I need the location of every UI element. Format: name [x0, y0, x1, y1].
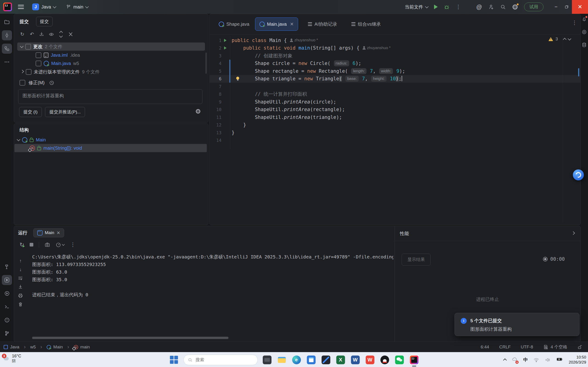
taskbar-clock[interactable]: 10:50 2026/3/29	[569, 355, 586, 365]
code-line-4[interactable]: 4 Shape circle = new Circle( radius: 6);	[209, 60, 580, 67]
clear-console-icon[interactable]	[16, 300, 25, 309]
code-line-10[interactable]: 10 ShapeUtil.printArea(rectangle);	[209, 106, 580, 114]
capture-snapshot-icon[interactable]	[44, 242, 50, 247]
close-tab-icon[interactable]: ✕	[57, 230, 60, 235]
build-tool-button[interactable]	[2, 262, 12, 272]
soft-wrap-icon[interactable]	[16, 274, 25, 283]
commit-button[interactable]: 提交 (I)	[19, 107, 42, 117]
commit-tab[interactable]: 提交	[36, 17, 53, 26]
services-tool-button[interactable]	[2, 288, 12, 298]
unlock-icon[interactable]	[577, 345, 582, 349]
shelve-icon[interactable]	[39, 32, 44, 37]
run-configuration-selector[interactable]: 当前文件	[405, 4, 428, 10]
indent-setting[interactable]: 4 个空格	[543, 344, 567, 350]
taskbar-search[interactable]	[183, 355, 258, 365]
branch-selector[interactable]: main	[66, 4, 88, 10]
start-button[interactable]	[169, 355, 179, 365]
breadcrumb-item[interactable]: w5	[30, 344, 36, 350]
unversioned-group-row[interactable]: 未进行版本管理的文件 9 个文件	[17, 68, 205, 76]
unversioned-checkbox[interactable]	[26, 69, 32, 75]
print-icon[interactable]	[16, 291, 25, 300]
console-output[interactable]: C:\Users\朱彦硕\.jdks\openjdk-25.0.2\bin\ja…	[32, 253, 393, 299]
project-selector[interactable]: J Java	[32, 3, 56, 10]
weather-widget[interactable]: 3 16°C 阴	[2, 354, 21, 363]
wifi-icon[interactable]	[533, 357, 539, 363]
close-tab-icon[interactable]: ✕	[290, 21, 294, 27]
taskbar-app-design[interactable]	[320, 355, 331, 365]
run-button[interactable]	[434, 5, 438, 9]
taskbar-app-edge[interactable]: e	[291, 355, 302, 365]
ai-chat-button[interactable]	[582, 29, 587, 36]
editor-tab-composition[interactable]: 组合vs继承	[347, 18, 385, 31]
run-line-icon[interactable]	[224, 46, 226, 50]
ime-indicator[interactable]: 中	[523, 357, 528, 363]
tray-expand-icon[interactable]	[503, 359, 507, 362]
commit-and-push-button[interactable]: 提交并推送(P)...	[45, 107, 85, 117]
run-tab-main[interactable]: Main ✕	[33, 228, 64, 237]
code-line-11[interactable]: 11 ShapeUtil.printArea(triangle);	[209, 113, 580, 121]
chevron-right-icon[interactable]	[571, 231, 575, 235]
line-ending[interactable]: CRLF	[499, 344, 511, 350]
main-menu-button[interactable]	[18, 5, 24, 9]
code-line-14[interactable]: 14	[209, 137, 580, 144]
editor-options-button[interactable]: ⋮	[572, 19, 577, 26]
scrollbar-change-mark[interactable]	[578, 68, 579, 76]
scroll-to-end-icon[interactable]	[16, 283, 25, 291]
debug-button[interactable]	[444, 4, 450, 10]
intention-bulb-icon[interactable]	[236, 77, 239, 80]
caret-position[interactable]: 6:44	[481, 344, 489, 350]
add-user-icon[interactable]	[488, 4, 494, 10]
minimize-button[interactable]: −	[551, 0, 561, 14]
terminal-tool-button[interactable]	[2, 302, 12, 312]
settings-button[interactable]	[512, 4, 518, 10]
show-results-button[interactable]: 显示结果	[402, 254, 431, 266]
history-clock-icon[interactable]	[49, 80, 54, 85]
commit-notification[interactable]: i 5 个文件已提交 图形面积计算器重构	[455, 313, 579, 336]
editor-tab-main[interactable]: Main.java ✕	[255, 18, 298, 31]
changed-file-row[interactable]: Main.java w5	[17, 59, 205, 67]
project-tool-button[interactable]	[2, 17, 12, 27]
ai-assistant-floating-button[interactable]	[573, 169, 584, 180]
taskbar-app-system[interactable]	[262, 355, 272, 365]
profiler-button[interactable]	[56, 242, 65, 247]
more-tools-button[interactable]	[2, 57, 12, 67]
close-button[interactable]: ✕	[572, 0, 588, 14]
onedrive-tray-icon[interactable]: ✕	[512, 356, 518, 363]
taskbar-app-store[interactable]	[306, 355, 316, 365]
code-line-5[interactable]: 5 Shape rectangle = new Rectangle( lengt…	[209, 67, 580, 75]
battery-icon[interactable]	[556, 356, 563, 363]
search-input[interactable]	[195, 357, 242, 363]
code-line-13[interactable]: 13}	[209, 129, 580, 137]
collapse-all-icon[interactable]	[68, 32, 73, 37]
file-encoding[interactable]: UTF-8	[521, 344, 533, 350]
taskbar-app-wps[interactable]: W	[365, 355, 375, 365]
code-line-6[interactable]: 6 Shape triangle = new Triangle( base: 7…	[209, 75, 580, 83]
code-line-3[interactable]: 3 // 创建图形对象	[209, 52, 580, 60]
changes-group-row[interactable]: 更改 2 个文件	[17, 42, 205, 51]
search-icon[interactable]	[500, 4, 506, 10]
changes-checkbox[interactable]	[25, 44, 31, 50]
rollback-icon[interactable]: ↶	[29, 32, 35, 37]
ai-assistant-icon[interactable]: @	[476, 4, 482, 10]
commit-tree-scrollbar[interactable]	[205, 53, 207, 74]
scroll-down-icon[interactable]: ↓	[16, 265, 25, 274]
run-line-icon[interactable]	[224, 39, 226, 42]
code-line-2[interactable]: 2 public static void main(String[] args)…	[209, 44, 580, 52]
file-checkbox[interactable]	[36, 61, 41, 66]
taskbar-app-wechat[interactable]	[394, 355, 405, 365]
vcs-tool-button[interactable]	[2, 328, 12, 338]
structure-method-row[interactable]: m main(String[]): void	[15, 144, 207, 152]
file-checkbox[interactable]	[36, 52, 41, 58]
editor-tab-ai-notes[interactable]: AI协助记录	[304, 18, 341, 31]
taskbar-app-file-explorer[interactable]	[277, 355, 287, 365]
code-line-12[interactable]: 12 }	[209, 121, 580, 129]
commit-options-gear-icon[interactable]	[195, 108, 201, 114]
code-line-1[interactable]: 1public class Main { zhuyanshuo *	[209, 36, 580, 44]
code-line-7[interactable]: 7	[209, 83, 580, 91]
code-line-9[interactable]: 9 ShapeUtil.printArea(circle);	[209, 98, 580, 106]
run-tool-button[interactable]	[2, 275, 12, 285]
taskbar-app-intellij[interactable]: IJ	[409, 355, 419, 365]
rerun-button[interactable]: ↻	[19, 242, 24, 248]
problems-tool-button[interactable]	[2, 315, 12, 325]
commit-tool-button[interactable]	[2, 30, 12, 40]
